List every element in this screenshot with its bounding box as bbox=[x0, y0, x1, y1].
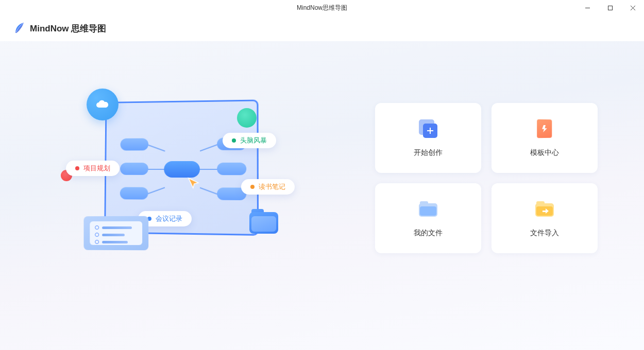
mindmap-node bbox=[217, 163, 246, 175]
tag-label: 项目规划 bbox=[83, 164, 110, 173]
main-area: 头脑风暴 项目规划 读书笔记 会议记录 bbox=[0, 41, 644, 350]
import-icon bbox=[534, 199, 555, 219]
maximize-button[interactable] bbox=[599, 0, 621, 15]
checklist-illustration bbox=[83, 216, 148, 250]
tag-project-planning: 项目规划 bbox=[66, 161, 120, 176]
tag-label: 读书笔记 bbox=[259, 182, 285, 191]
cloud-badge bbox=[87, 89, 118, 120]
mindmap-central-node bbox=[164, 161, 200, 178]
card-label: 模板中心 bbox=[530, 148, 559, 157]
minimize-icon bbox=[585, 5, 590, 11]
card-label: 开始创作 bbox=[414, 148, 443, 157]
mindmap-node bbox=[121, 138, 149, 151]
svg-rect-1 bbox=[608, 6, 612, 10]
brand-text: MindNow 思维导图 bbox=[30, 23, 106, 34]
maximize-icon bbox=[607, 5, 613, 11]
file-import-card[interactable]: 文件导入 bbox=[492, 183, 598, 253]
decorative-orb-green bbox=[237, 108, 257, 128]
card-label: 我的文件 bbox=[414, 229, 443, 238]
create-icon bbox=[418, 118, 438, 139]
minimize-button[interactable] bbox=[576, 0, 599, 15]
tag-label: 头脑风暴 bbox=[240, 136, 267, 145]
mindmap-node bbox=[120, 187, 148, 200]
hero-illustration: 头脑风暴 项目规划 读书笔记 会议记录 bbox=[0, 41, 361, 350]
close-button[interactable] bbox=[621, 0, 644, 15]
template-icon bbox=[534, 118, 555, 139]
cursor-icon bbox=[187, 177, 200, 190]
start-create-card[interactable]: 开始创作 bbox=[375, 103, 481, 173]
cloud-icon bbox=[95, 99, 110, 110]
tag-label: 会议记录 bbox=[156, 214, 182, 223]
mindmap-node bbox=[120, 163, 148, 175]
close-icon bbox=[630, 5, 636, 11]
folder-icon bbox=[418, 199, 438, 219]
my-files-card[interactable]: 我的文件 bbox=[375, 183, 481, 253]
folder-illustration bbox=[249, 209, 278, 234]
tag-reading-notes: 读书笔记 bbox=[241, 179, 295, 195]
actions-panel: 开始创作 模板中心 我的文件 bbox=[361, 41, 644, 350]
app-header: MindNow 思维导图 bbox=[0, 15, 644, 41]
template-center-card[interactable]: 模板中心 bbox=[492, 103, 598, 173]
brand: MindNow 思维导图 bbox=[12, 22, 106, 35]
window-title: MindNow思维导图 bbox=[297, 4, 347, 12]
tag-brainstorm: 头脑风暴 bbox=[223, 133, 276, 148]
card-label: 文件导入 bbox=[530, 229, 559, 238]
window-controls bbox=[576, 0, 644, 15]
titlebar: MindNow思维导图 bbox=[0, 0, 644, 15]
brand-feather-icon bbox=[12, 22, 26, 35]
